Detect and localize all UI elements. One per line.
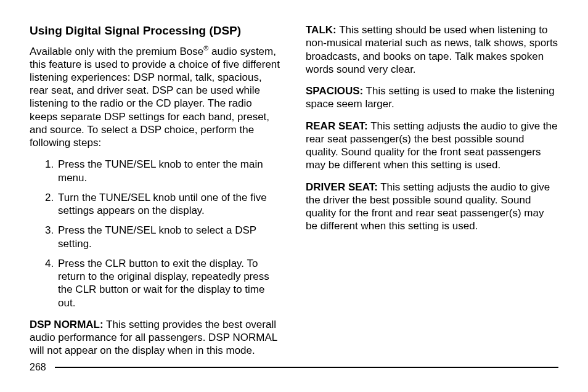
spacious-paragraph: SPACIOUS: This setting is used to make t… — [306, 84, 558, 111]
dsp-normal-label: DSP NORMAL: — [30, 319, 104, 330]
talk-paragraph: TALK: This setting should be used when l… — [306, 23, 558, 76]
right-column: TALK: This setting should be used when l… — [306, 23, 558, 366]
rear-seat-label: REAR SEAT: — [306, 120, 368, 132]
spacious-label: SPACIOUS: — [306, 85, 363, 97]
dsp-normal-paragraph: DSP NORMAL: This setting provides the be… — [30, 318, 282, 357]
section-heading: Using Digital Signal Processing (DSP) — [30, 23, 282, 38]
page-number: 268 — [30, 361, 46, 374]
intro-text-a: Available only with the premium Bose — [30, 45, 203, 57]
intro-text-b: audio system, this feature is used to pr… — [30, 45, 280, 149]
rear-seat-paragraph: REAR SEAT: This setting adjusts the audi… — [306, 120, 558, 172]
steps-list: Press the TUNE/SEL knob to enter the mai… — [30, 158, 282, 309]
talk-label: TALK: — [306, 24, 337, 36]
step-item: Press the CLR button to exit the display… — [57, 257, 282, 309]
step-item: Press the TUNE/SEL knob to enter the mai… — [57, 158, 282, 184]
driver-seat-paragraph: DRIVER SEAT: This setting adjusts the au… — [306, 181, 558, 233]
intro-paragraph: Available only with the premium Bose® au… — [30, 44, 282, 150]
step-item: Turn the TUNE/SEL knob until one of the … — [57, 191, 282, 218]
page-footer: 268 — [30, 361, 558, 374]
footer-rule — [55, 367, 558, 368]
step-item: Press the TUNE/SEL knob to select a DSP … — [57, 224, 282, 250]
left-column: Using Digital Signal Processing (DSP) Av… — [30, 23, 282, 366]
talk-text: This setting should be used when listeni… — [306, 24, 558, 75]
driver-seat-label: DRIVER SEAT: — [306, 181, 378, 193]
